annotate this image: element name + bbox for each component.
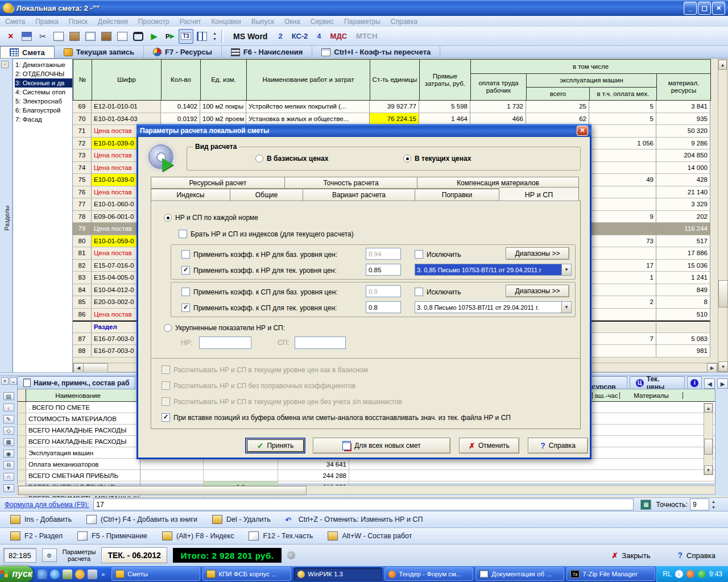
action-(Ctrl+) F4 - Добавить из книги[interactable]: (Ctrl+) F4 - Добавить из книги — [86, 515, 197, 524]
view-tab-0[interactable]: Смета — [0, 46, 55, 58]
view-tab-3[interactable]: F6 - Начисления — [222, 46, 313, 58]
action-F12 - Тех.часть[interactable]: F12 - Тех.часть — [249, 531, 313, 541]
section-item-2[interactable]: 2: ОТДЕЛОЧНЫ — [15, 69, 72, 78]
cap-icon[interactable]: ∩ — [3, 473, 14, 481]
sp-aggregate-input[interactable] — [295, 336, 346, 349]
table-row-70[interactable]: 70E10-01-034-030.0192100 м2 проемУстанов… — [73, 113, 710, 126]
dialog-tab-Вариант расчета[interactable]: Вариант расчета — [303, 189, 415, 201]
collapse-sections-button[interactable]: ‹ — [1, 61, 9, 68]
save-icon[interactable] — [19, 29, 34, 44]
check-restore-on-paste-icon[interactable] — [162, 413, 170, 422]
action-Del - Удалить[interactable]: Del - Удалить — [212, 515, 271, 524]
dialog-tab-Поправки[interactable]: Поправки — [415, 189, 499, 201]
menu-item-7[interactable]: Выпуск — [246, 18, 279, 26]
totals-hscroll-thumb[interactable] — [18, 486, 307, 495]
sheets-icon[interactable]: ⧉ — [3, 461, 14, 469]
dialog-help-button[interactable]: ? Справка — [528, 438, 588, 454]
table-row-69[interactable]: 69E12-01-010-010.1402100 м2 покрыУстройс… — [73, 101, 710, 113]
radio-current-icon[interactable] — [403, 155, 411, 163]
section-item-6[interactable]: 6: Благоустрой — [15, 106, 72, 115]
check-nr-current-icon[interactable] — [181, 266, 190, 275]
desktop-icon[interactable] — [63, 569, 72, 579]
sp-dropdown-arrow-icon[interactable]: ▼ — [561, 302, 571, 313]
section-item-7[interactable]: 7: Фасад — [15, 115, 72, 124]
dialog-title-bar[interactable]: Параметры расчета локальной сметы ✕ — [136, 124, 592, 137]
delete-icon[interactable]: × — [3, 29, 18, 44]
nr-ranges-button[interactable]: Диапазоны >> — [506, 247, 569, 260]
calculator-icon[interactable]: ▦ — [3, 438, 14, 446]
sections-list[interactable]: 1: Демонтажные2: ОТДЕЛОЧНЫ3: Оконные и д… — [13, 59, 73, 375]
gear-icon[interactable]: ⚙ — [42, 548, 57, 562]
collapse-panel-icon[interactable]: ⌄ — [10, 377, 17, 385]
cut-icon[interactable]: ✂ — [35, 29, 50, 44]
totals-row-5[interactable]: Оплата механизаторов34 641 — [18, 459, 715, 470]
tab-current-prices[interactable]: Ц Тек. цены — [630, 376, 685, 389]
tray-app2-icon[interactable] — [698, 570, 706, 578]
language-indicator[interactable]: RL — [663, 570, 671, 578]
menu-item-4[interactable]: Просмотр — [133, 18, 175, 26]
view-tab-2[interactable]: F7 - Ресурсы — [144, 46, 222, 58]
calc-params-button[interactable]: Параметрырасчета — [63, 548, 96, 562]
sp-letter-dropdown[interactable]: 3. 0,8 Письмо 10753-ВТ/11 от 29.04.2011 … — [415, 301, 572, 313]
check-from-indices[interactable]: Брать НР и СП из индексов (для текущего … — [179, 230, 354, 238]
totals-scroll-down-icon[interactable]: ▼ — [704, 465, 713, 475]
dialog-tab-Точность расчета[interactable]: Точность расчета — [285, 177, 417, 189]
sp-base-input[interactable]: 0.9 — [366, 285, 401, 297]
check-sp-base[interactable]: Применить коэфф. к СП для баз. уровня це… — [181, 288, 338, 296]
scroll-up-icon[interactable]: ▲ — [718, 60, 727, 70]
action-F2 - Раздел[interactable]: F2 - Раздел — [10, 531, 63, 541]
note-icon[interactable]: ✎ — [3, 415, 14, 423]
horizontal-scroll-thumb[interactable] — [83, 363, 108, 373]
speaker-icon[interactable] — [287, 551, 295, 559]
row-height-spinner[interactable]: ▲▼ — [212, 31, 217, 41]
task-WinРИК 1.3[interactable]: WinРИК 1.3 — [293, 567, 382, 581]
ie-icon[interactable] — [38, 569, 47, 579]
export-word-button[interactable]: MS Word — [228, 32, 273, 41]
precision-input[interactable]: 9 — [690, 498, 709, 510]
check-nr-current[interactable]: Применить коэфф. к НР для тек. уровня це… — [181, 266, 337, 275]
scroll-down-icon[interactable]: ▼ — [718, 361, 728, 372]
scroll-left-icon[interactable]: ◀ — [73, 363, 84, 373]
precision-spinner[interactable]: ▲▼ — [711, 500, 716, 510]
title-bar[interactable]: Локальная смета: 2 -"" _ ▢ ✕ — [0, 0, 728, 16]
check-nr-exclude[interactable]: Исключить — [415, 250, 461, 259]
task-Сметы[interactable]: Сметы — [111, 567, 200, 581]
close-estimate-button[interactable]: ✗Закрыть — [611, 551, 650, 560]
copy-icon[interactable] — [51, 29, 66, 44]
report-icon[interactable]: ▤ — [3, 392, 14, 400]
nr-dropdown-arrow-icon[interactable]: ▼ — [561, 264, 571, 275]
nr-letter-dropdown[interactable]: 3. 0,85 Письмо 10753-ВТ/11 от 29.04.2011… — [415, 264, 572, 276]
close-panel-icon[interactable]: × — [1, 377, 9, 385]
resources-icon[interactable]: ◉ — [3, 450, 14, 458]
sp-current-input[interactable]: 0.8 — [366, 301, 401, 313]
menu-item-9[interactable]: Сервис — [305, 18, 339, 26]
totals-row-6[interactable]: ВСЕГО СМЕТНАЯ ПРИБЫЛЬ244 288 — [18, 470, 715, 481]
down-arrow-icon[interactable]: ↓ — [3, 404, 14, 411]
tab-scroll-left-icon[interactable]: ◀ — [704, 379, 715, 389]
close-button[interactable]: ✕ — [712, 2, 725, 15]
task-КПИ ФСБ корпус ...[interactable]: КПИ ФСБ корпус ... — [202, 567, 291, 581]
menu-item-0[interactable]: Смета — [0, 18, 30, 26]
section-item-3[interactable]: 3: Оконные и дв — [15, 78, 72, 88]
scroll-right-icon[interactable]: ▶ — [707, 363, 717, 373]
radio-base-icon[interactable] — [255, 155, 263, 163]
vertical-scroll-thumb[interactable] — [718, 280, 728, 307]
check-sp-exclude[interactable]: Исключить — [415, 288, 461, 296]
totals-scroll-up-icon[interactable]: ▲ — [704, 404, 713, 413]
tab-totals[interactable]: Наим-е, примеч., состав раб — [17, 376, 135, 389]
menu-item-10[interactable]: Параметры — [339, 18, 386, 26]
run-calc-icon[interactable]: ▶ — [147, 29, 162, 44]
menu-item-11[interactable]: Справка — [386, 18, 423, 26]
clipboard-view-icon[interactable] — [99, 29, 114, 44]
task-Тендер - Форум см...[interactable]: Тендер - Форум см... — [384, 567, 473, 581]
notes-icon[interactable] — [88, 569, 97, 579]
search-binoculars-icon[interactable] — [131, 29, 146, 44]
sp-ranges-button[interactable]: Диапазоны >> — [506, 285, 569, 297]
action-Ctrl+Z - Отменить: Изменить НР и СП[interactable]: ↶Ctrl+Z - Отменить: Изменить НР и СП — [286, 516, 423, 523]
dialog-close-icon[interactable]: ✕ — [577, 126, 588, 136]
vertical-scrollbar[interactable]: ▲ ▼ — [718, 59, 727, 372]
menu-item-2[interactable]: Поиск — [64, 18, 93, 26]
view-tab-4[interactable]: Ctrl+I - Коэф-ты пересчета — [312, 46, 440, 58]
check-sp-current[interactable]: Применить коэфф. к СП для тек. уровня це… — [181, 304, 337, 312]
check-nr-base-icon[interactable] — [181, 250, 190, 259]
